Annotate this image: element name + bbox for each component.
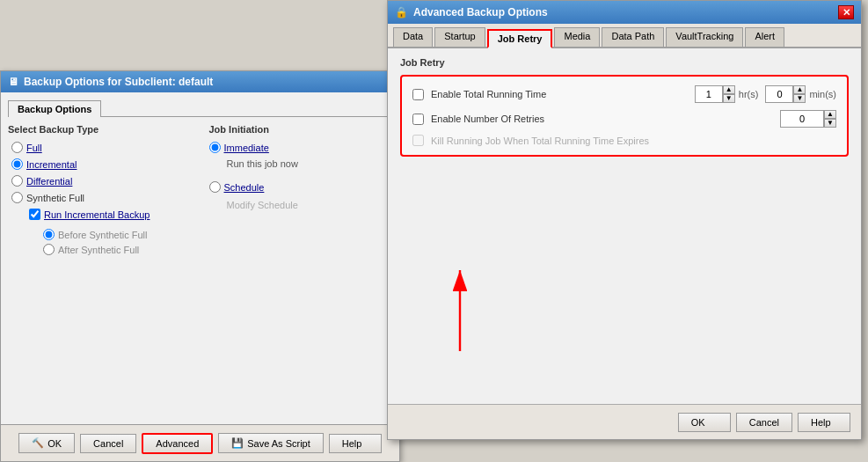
tab-job-retry[interactable]: Job Retry — [487, 29, 553, 48]
radio-immediate[interactable]: Immediate — [209, 142, 393, 153]
dialog-ok-button[interactable]: OK — [678, 413, 731, 432]
tab-startup[interactable]: Startup — [434, 27, 485, 47]
dialog-help-button[interactable]: Help — [798, 413, 850, 432]
enable-number-of-retries-checkbox[interactable] — [412, 114, 424, 125]
radio-full[interactable]: Full — [11, 142, 192, 153]
bg-cancel-button[interactable]: Cancel — [80, 434, 136, 453]
radio-differential[interactable]: Differential — [11, 175, 192, 187]
backup-options-content: Select Backup Type Full Incremental Diff… — [8, 124, 392, 255]
radio-before-synthetic[interactable]: Before Synthetic Full — [43, 229, 192, 240]
tab-backup-options[interactable]: Backup Options — [8, 100, 101, 117]
radio-after-synthetic[interactable]: After Synthetic Full — [43, 244, 192, 255]
bg-window-title-text: Backup Options for Subclient: default — [24, 76, 213, 88]
retries-down-button[interactable]: ▼ — [824, 119, 836, 128]
tab-media[interactable]: Media — [554, 27, 600, 47]
hrs-input[interactable] — [695, 85, 723, 103]
job-init-section: Immediate Run this job now Schedule Modi… — [209, 142, 393, 210]
radio-synthetic-full[interactable]: Synthetic Full — [11, 192, 192, 203]
enable-number-of-retries-label: Enable Number Of Retries — [431, 114, 773, 124]
save-script-icon: 💾 — [231, 437, 244, 449]
dialog-icon: 🔒 — [395, 6, 408, 18]
radio-incremental[interactable]: Incremental — [11, 158, 192, 170]
backup-type-col: Select Backup Type Full Incremental Diff… — [8, 124, 192, 255]
radio-schedule[interactable]: Schedule — [209, 181, 393, 193]
run-now-text: Run this job now — [227, 158, 393, 169]
select-backup-type-label: Select Backup Type — [8, 124, 192, 135]
enable-total-running-time-row: Enable Total Running Time ▲ ▼ hr(s) ▲ — [412, 85, 836, 103]
hrs-down-button[interactable]: ▼ — [723, 94, 735, 103]
hrs-spinner-btns: ▲ ▼ — [723, 85, 735, 103]
kill-running-job-label: Kill Running Job When Total Running Time… — [431, 136, 836, 146]
backup-options-window: 🖥 Backup Options for Subclient: default … — [0, 70, 400, 462]
dialog-title: Advanced Backup Options — [413, 6, 548, 18]
dialog-title-bar: 🔒 Advanced Backup Options ✕ — [388, 1, 861, 24]
tab-vault-tracking[interactable]: VaultTracking — [666, 27, 743, 47]
hrs-up-button[interactable]: ▲ — [723, 85, 735, 94]
min-down-button[interactable]: ▼ — [793, 94, 806, 103]
run-incremental-check[interactable]: Run Incremental Backup — [29, 209, 192, 220]
bg-help-button[interactable]: Help — [329, 434, 382, 453]
enable-total-running-time-checkbox[interactable] — [412, 89, 424, 100]
enable-number-of-retries-row: Enable Number Of Retries ▲ ▼ — [412, 110, 836, 128]
kill-running-job-checkbox[interactable] — [412, 135, 424, 146]
min-spinner-btns: ▲ ▼ — [793, 85, 806, 103]
close-button[interactable]: ✕ — [838, 5, 854, 19]
min-up-button[interactable]: ▲ — [793, 85, 806, 94]
job-initiation-label: Job Initiation — [209, 124, 393, 135]
tab-data[interactable]: Data — [393, 27, 433, 47]
retries-spinner-btns: ▲ ▼ — [824, 110, 836, 128]
job-initiation-col: Job Initiation Immediate Run this job no… — [209, 124, 393, 255]
dialog-cancel-button[interactable]: Cancel — [736, 413, 792, 432]
dialog-body: Job Retry Enable Total Running Time ▲ ▼ … — [388, 48, 861, 174]
kill-running-job-row: Kill Running Job When Total Running Time… — [412, 135, 836, 146]
enable-total-running-time-label: Enable Total Running Time — [431, 89, 688, 99]
bg-window-title-bar: 🖥 Backup Options for Subclient: default — [1, 71, 399, 92]
min-unit-label: min(s) — [809, 89, 836, 99]
hrs-spinner: ▲ ▼ — [695, 85, 735, 103]
bg-advanced-button[interactable]: Advanced — [142, 433, 213, 454]
tab-data-path[interactable]: Data Path — [602, 27, 664, 47]
ok-icon: 🔨 — [32, 437, 44, 449]
arrow-indicator — [425, 252, 495, 366]
modify-schedule-text: Modify Schedule — [227, 200, 393, 210]
bg-save-as-script-button[interactable]: 💾 Save As Script — [218, 433, 324, 453]
retries-up-button[interactable]: ▲ — [824, 110, 836, 119]
dialog-bottom-bar: OK Cancel Help — [388, 404, 861, 439]
min-input[interactable] — [765, 85, 793, 103]
backup-type-radio-group: Full Incremental Differential Synthetic … — [11, 142, 192, 255]
min-spinner: ▲ ▼ — [765, 85, 806, 103]
bg-tab-strip: Backup Options — [8, 99, 392, 117]
bg-window-body: Backup Options Select Backup Type Full I… — [1, 92, 399, 262]
retries-input[interactable] — [780, 110, 824, 128]
dialog-tab-strip: Data Startup Job Retry Media Data Path V… — [388, 24, 861, 48]
bg-window-icon: 🖥 — [8, 76, 18, 88]
job-retry-section-label: Job Retry — [400, 57, 849, 68]
advanced-backup-options-dialog: 🔒 Advanced Backup Options ✕ Data Startup… — [387, 0, 862, 440]
bg-ok-button[interactable]: 🔨 OK — [18, 433, 75, 453]
hrs-unit-label: hr(s) — [739, 89, 759, 99]
tab-alert[interactable]: Alert — [745, 27, 784, 47]
job-retry-options-box: Enable Total Running Time ▲ ▼ hr(s) ▲ — [400, 75, 849, 157]
sub-radios: Before Synthetic Full After Synthetic Fu… — [43, 229, 192, 255]
retries-spinner: ▲ ▼ — [780, 110, 836, 128]
hrs-spinner-group: ▲ ▼ hr(s) ▲ ▼ min(s) — [695, 85, 836, 103]
bg-bottom-bar: 🔨 OK Cancel Advanced 💾 Save As Script He… — [1, 424, 399, 461]
